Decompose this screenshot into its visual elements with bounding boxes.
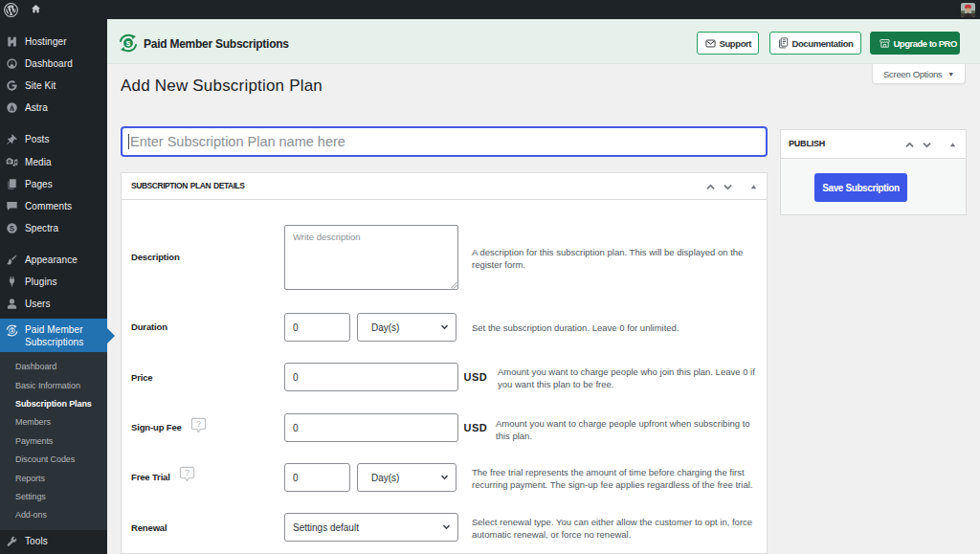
svg-text:$: $ bbox=[11, 328, 13, 333]
svg-text:$: $ bbox=[126, 39, 131, 48]
svg-text:?: ? bbox=[185, 468, 189, 477]
svg-text:?: ? bbox=[196, 419, 201, 429]
